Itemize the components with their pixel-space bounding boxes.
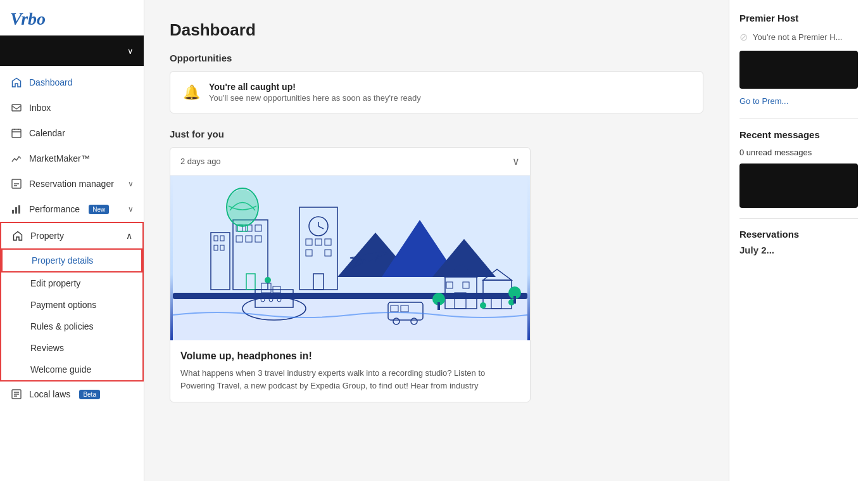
svg-rect-4 <box>15 207 17 214</box>
jfy-headline: Volume up, headphones in! <box>180 350 520 362</box>
payment-options-label: Payment options <box>30 300 96 310</box>
performance-icon <box>10 203 23 215</box>
messages-blurred <box>739 164 858 208</box>
right-panel: Premier Host ⊘ You're not a Premier H...… <box>729 0 868 481</box>
inbox-icon <box>10 101 23 114</box>
property-icon <box>11 229 24 242</box>
sidebar-item-marketmaker-label: MarketMaker™ <box>29 153 90 164</box>
sidebar-item-edit-property[interactable]: Edit property <box>1 273 142 294</box>
property-chevron-icon: ∧ <box>126 231 132 241</box>
local-laws-icon <box>10 388 23 401</box>
sidebar-item-payment-options[interactable]: Payment options <box>1 294 142 316</box>
opportunities-section: Opportunities 🔔 You're all caught up! Yo… <box>170 53 703 113</box>
reservations-title: Reservations <box>739 229 858 240</box>
reviews-label: Reviews <box>30 343 64 353</box>
performance-chevron-icon: ∨ <box>128 205 134 214</box>
just-for-you-title: Just for you <box>170 129 703 139</box>
dashboard-icon <box>10 76 23 89</box>
sidebar-item-marketmaker[interactable]: MarketMaker™ <box>0 146 144 171</box>
bell-icon: 🔔 <box>183 84 200 101</box>
sidebar-item-calendar-label: Calendar <box>29 128 65 138</box>
sidebar-item-property-label: Property <box>30 231 64 241</box>
sidebar-item-calendar[interactable]: Calendar <box>0 120 144 146</box>
sidebar-item-reservation-manager[interactable]: Reservation manager ∨ <box>0 171 144 196</box>
jfy-illustration <box>170 176 530 340</box>
divider-2 <box>739 218 858 219</box>
reservations-month: July 2... <box>739 245 858 255</box>
premier-host-status-text: You're not a Premier H... <box>753 32 842 42</box>
opportunities-title: Opportunities <box>170 53 703 63</box>
no-premier-icon: ⊘ <box>739 31 748 43</box>
sidebar-item-local-laws-label: Local laws <box>29 389 70 399</box>
sidebar-item-dashboard[interactable]: Dashboard <box>0 70 144 95</box>
page-title: Dashboard <box>170 20 703 40</box>
rules-policies-label: Rules & policies <box>30 321 94 331</box>
sidebar: Vrbo ∨ Dashboard Inbox Calendar <box>0 0 144 481</box>
reservation-icon <box>10 177 23 190</box>
sidebar-item-inbox[interactable]: Inbox <box>0 95 144 120</box>
jfy-body: What happens when 3 travel industry expe… <box>180 367 520 392</box>
svg-point-37 <box>227 189 258 225</box>
sidebar-item-inbox-label: Inbox <box>29 103 51 113</box>
svg-rect-5 <box>18 205 20 214</box>
reservations-section: Reservations July 2... <box>739 229 858 255</box>
property-selector[interactable]: ∨ <box>0 35 144 66</box>
premier-host-image-blurred <box>739 51 858 89</box>
sidebar-item-dashboard-label: Dashboard <box>29 77 73 87</box>
property-selector-chevron: ∨ <box>127 46 134 56</box>
unread-messages-count: 0 unread messages <box>739 148 858 157</box>
property-selector-label <box>10 46 86 56</box>
edit-property-label: Edit property <box>30 278 80 288</box>
jfy-expand-icon[interactable]: ∨ <box>512 155 520 167</box>
svg-rect-38 <box>173 293 527 299</box>
just-for-you-card: 2 days ago ∨ <box>170 147 531 402</box>
sidebar-item-reviews[interactable]: Reviews <box>1 337 142 359</box>
welcome-guide-label: Welcome guide <box>30 364 91 375</box>
svg-rect-1 <box>12 129 21 138</box>
svg-rect-0 <box>12 105 21 111</box>
property-details-label: Property details <box>32 255 93 266</box>
performance-new-badge: New <box>89 205 109 214</box>
main-content: Dashboard Opportunities 🔔 You're all cau… <box>144 0 729 481</box>
jfy-text-content: Volume up, headphones in! What happens w… <box>170 340 530 402</box>
premier-host-title: Premier Host <box>739 13 858 23</box>
sidebar-item-performance-label: Performance <box>29 204 80 214</box>
sidebar-item-local-laws[interactable]: Local laws Beta <box>0 382 144 407</box>
jfy-date: 2 days ago <box>180 157 221 166</box>
opportunities-sub-text: You'll see new opportunities here as soo… <box>209 93 421 103</box>
go-to-premier-link[interactable]: Go to Prem... <box>739 96 858 106</box>
opportunities-card: 🔔 You're all caught up! You'll see new o… <box>170 71 703 113</box>
sidebar-item-reservation-label: Reservation manager <box>29 179 114 189</box>
recent-messages-title: Recent messages <box>739 129 858 140</box>
logo-text: Vrbo <box>10 9 46 29</box>
svg-rect-65 <box>513 296 516 304</box>
svg-rect-63 <box>437 302 440 310</box>
opportunities-main-text: You're all caught up! <box>209 82 421 92</box>
divider-1 <box>739 119 858 119</box>
svg-point-24 <box>265 277 271 283</box>
calendar-icon <box>10 127 23 139</box>
sidebar-item-welcome-guide[interactable]: Welcome guide <box>1 359 142 380</box>
sidebar-item-performance[interactable]: Performance New ∨ <box>0 196 144 222</box>
sidebar-item-property-details[interactable]: Property details <box>3 250 141 271</box>
jfy-header: 2 days ago ∨ <box>170 148 530 176</box>
sidebar-nav: Dashboard Inbox Calendar MarketMaker™ <box>0 66 144 481</box>
property-section: Property ∧ Property details Edit propert… <box>0 222 144 382</box>
premier-host-status: ⊘ You're not a Premier H... <box>739 31 858 43</box>
svg-rect-39 <box>173 299 527 340</box>
svg-point-55 <box>480 302 486 309</box>
logo: Vrbo <box>0 0 144 35</box>
sidebar-item-property[interactable]: Property ∧ <box>1 223 142 248</box>
local-laws-beta-badge: Beta <box>79 390 100 399</box>
just-for-you-section: Just for you 2 days ago ∨ <box>170 129 703 402</box>
opportunities-text: You're all caught up! You'll see new opp… <box>209 82 421 103</box>
marketmaker-icon <box>10 152 23 165</box>
reservation-chevron-icon: ∨ <box>128 179 134 188</box>
svg-rect-3 <box>12 210 14 214</box>
property-details-highlight: Property details <box>1 248 142 273</box>
sidebar-item-rules-policies[interactable]: Rules & policies <box>1 316 142 337</box>
